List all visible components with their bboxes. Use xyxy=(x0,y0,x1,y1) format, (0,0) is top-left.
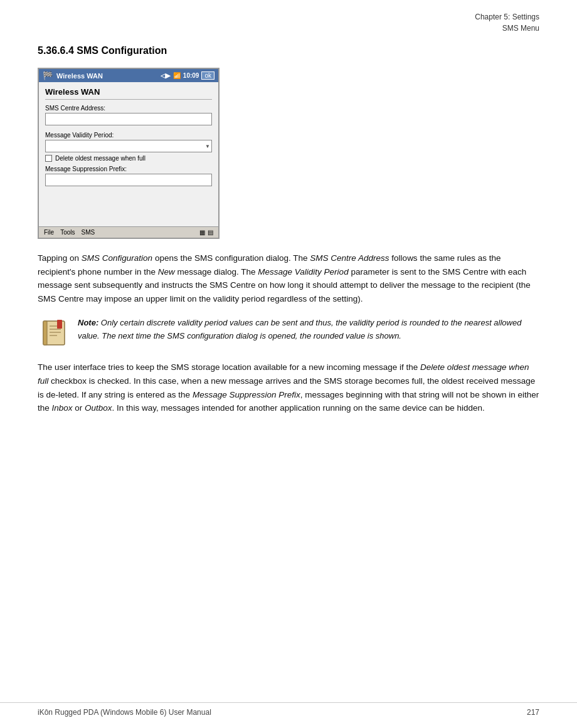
menu-icon-1: ▦ xyxy=(199,229,205,236)
footer-left: iKôn Rugged PDA (Windows Mobile 6) User … xyxy=(38,708,211,717)
section-name: SMS Configuration xyxy=(77,45,167,56)
menu-file[interactable]: File xyxy=(44,229,54,236)
header-line1: Chapter 5: Settings xyxy=(38,11,539,23)
section-number: 5.36.6.4 xyxy=(38,45,74,56)
titlebar-right: ◁▶ 📶 10:09 ok xyxy=(161,71,214,80)
titlebar-left: 🏁 Wireless WAN xyxy=(43,71,103,80)
menu-sms[interactable]: SMS xyxy=(81,229,95,236)
validity-label: Message Validity Period: xyxy=(45,132,212,139)
italic-validity-period: Message Validity Period xyxy=(258,267,348,277)
device-mockup: 🏁 Wireless WAN ◁▶ 📶 10:09 ok Wireless WA… xyxy=(38,68,220,239)
body-paragraph-2: The user interface tries to keep the SMS… xyxy=(38,361,539,414)
titlebar-title: Wireless WAN xyxy=(56,72,103,80)
validity-select[interactable]: ▼ xyxy=(45,140,212,152)
menu-icons: ▦ ▤ xyxy=(199,229,213,236)
delete-oldest-label: Delete oldest message when full xyxy=(55,155,146,162)
suppression-label: Message Suppression Prefix: xyxy=(45,166,212,172)
note-content: Only certain discrete validity period va… xyxy=(78,318,521,340)
menu-tools[interactable]: Tools xyxy=(60,229,75,236)
validity-select-arrow: ▼ xyxy=(205,144,210,149)
sms-centre-label: SMS Centre Address: xyxy=(45,105,212,112)
svg-rect-1 xyxy=(43,321,47,345)
note-box: Note: Only certain discrete validity per… xyxy=(38,317,539,349)
titlebar-app-icon: 🏁 xyxy=(43,71,53,80)
suppression-input[interactable] xyxy=(45,174,212,186)
titlebar-time: 10:09 xyxy=(183,72,199,79)
page-footer: iKôn Rugged PDA (Windows Mobile 6) User … xyxy=(0,702,577,717)
ok-button[interactable]: ok xyxy=(201,71,214,80)
italic-suppression-prefix: Message Suppression Prefix xyxy=(193,390,300,399)
delete-oldest-row: Delete oldest message when full xyxy=(45,155,212,162)
section-title: 5.36.6.4 SMS Configuration xyxy=(38,45,539,56)
device-titlebar: 🏁 Wireless WAN ◁▶ 📶 10:09 ok xyxy=(39,69,218,82)
device-body: Wireless WAN SMS Centre Address: Message… xyxy=(39,82,218,226)
device-app-title: Wireless WAN xyxy=(45,87,212,100)
menu-items: File Tools SMS xyxy=(44,229,95,236)
italic-new: New xyxy=(158,267,175,277)
validity-row: ▼ xyxy=(45,140,212,152)
italic-inbox: Inbox xyxy=(52,403,73,413)
italic-outbox: Outbox xyxy=(85,403,112,413)
italic-delete-oldest: Delete oldest message when full xyxy=(38,362,529,386)
italic-sms-centre-address: SMS Centre Address xyxy=(310,253,389,263)
note-text: Note: Only certain discrete validity per… xyxy=(78,317,539,342)
note-icon-container xyxy=(38,317,70,349)
footer-right: 217 xyxy=(527,708,539,717)
header-line2: SMS Menu xyxy=(38,23,539,34)
device-menubar: File Tools SMS ▦ ▤ xyxy=(39,226,218,238)
body-paragraph-1: Tapping on SMS Configuration opens the S… xyxy=(38,251,539,305)
delete-oldest-checkbox[interactable] xyxy=(45,155,52,162)
note-label: Note: xyxy=(78,318,98,327)
menu-icon-2: ▤ xyxy=(208,229,213,236)
signal-icon: ◁▶ xyxy=(161,72,171,79)
italic-sms-config: SMS Configuration xyxy=(82,253,152,263)
page-header: Chapter 5: Settings SMS Menu xyxy=(38,11,539,34)
book-icon xyxy=(40,319,68,347)
device-body-spacer xyxy=(45,189,212,226)
page-container: Chapter 5: Settings SMS Menu 5.36.6.4 SM… xyxy=(0,0,577,728)
signal-bars: 📶 xyxy=(173,72,181,79)
sms-centre-input[interactable] xyxy=(45,113,212,125)
